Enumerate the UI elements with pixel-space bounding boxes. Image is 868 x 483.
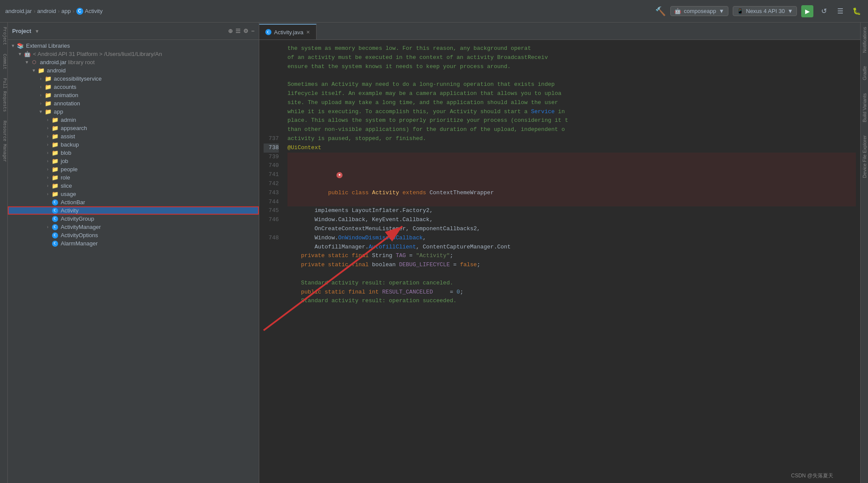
folder-icon: 📁 — [51, 174, 59, 181]
tree-item-people[interactable]: › 📁 people — [8, 165, 259, 173]
expand-arrow: › — [37, 76, 44, 81]
tree-item-assist[interactable]: › 📁 assist — [8, 132, 259, 140]
toolbar-right: 🔨 🤖 composeapp ▼ 📱 Nexus 4 API 30 ▼ ▶ ↺ … — [655, 5, 863, 17]
folder-icon: 📁 — [51, 150, 59, 156]
tree-item-admin[interactable]: › 📁 admin — [8, 116, 259, 124]
commit-icon[interactable]: Commit — [1, 54, 7, 69]
expand-arrow: › — [44, 134, 51, 139]
project-panel: Project ▼ ⊕ ☰ ⚙ − ▼ 📚 External Libraries… — [8, 23, 259, 483]
tree-item-activitygroup[interactable]: C ActivityGroup — [8, 215, 259, 223]
libraries-icon: 📚 — [16, 42, 24, 49]
expand-arrow: › — [44, 159, 51, 163]
device-selector[interactable]: 📱 Nexus 4 API 30 ▼ — [733, 6, 797, 16]
pullreq-icon[interactable]: Pull Requests — [1, 78, 7, 112]
device-chevron: ▼ — [787, 8, 793, 14]
folder-icon: 📁 — [51, 125, 59, 131]
code-line: lifecycle itself. An example may be a ca… — [287, 89, 856, 98]
folder-icon: 📁 — [51, 117, 59, 123]
expand-arrow: › — [44, 126, 51, 131]
tree-label: role — [61, 174, 70, 181]
tree-item-usage[interactable]: › 📁 usage — [8, 190, 259, 198]
right-label-notifications[interactable]: Notifications — [862, 27, 867, 53]
right-label-devicefile[interactable]: Device File Explorer — [862, 135, 867, 178]
folder-icon: 📁 — [51, 191, 59, 197]
code-line-738: ● public class Activity extends ContextT… — [287, 153, 856, 207]
tree-item-activitymanager[interactable]: › C ActivityManager — [8, 223, 259, 231]
tab-activity-java[interactable]: C Activity.java ✕ — [259, 24, 317, 39]
locate-icon[interactable]: ⊕ — [228, 28, 233, 34]
tab-bar: C Activity.java ✕ — [259, 23, 860, 40]
expand-arrow: › — [44, 167, 51, 172]
tree-item-ext-libraries[interactable]: ▼ 📚 External Libraries — [8, 42, 259, 50]
tree-item-actionbar[interactable]: C ActionBar — [8, 198, 259, 206]
tree-label: animation — [54, 92, 78, 98]
tree-item-job[interactable]: › 📁 job — [8, 157, 259, 165]
tree-label: External Libraries — [26, 42, 70, 49]
run-config-selector[interactable]: 🤖 composeapp ▼ — [670, 6, 728, 16]
debug-dot: ● — [336, 172, 343, 178]
folder-icon: 📁 — [44, 75, 52, 82]
tree-item-appsearch[interactable]: › 📁 appsearch — [8, 124, 259, 132]
folder-icon: 📁 — [51, 133, 59, 140]
code-area: C Activity.java ✕ — [259, 23, 860, 483]
breadcrumb-app[interactable]: app — [62, 8, 71, 14]
hammer-icon[interactable]: 🔨 — [655, 6, 666, 16]
stop-button[interactable]: ☰ — [834, 5, 846, 17]
class-icon: C — [51, 199, 59, 206]
rerun-button[interactable]: ↺ — [818, 5, 830, 17]
code-line: the system as memory becomes low. For th… — [287, 44, 856, 53]
tab-close-button[interactable]: ✕ — [306, 29, 310, 35]
tree-item-activityoptions[interactable]: C ActivityOptions — [8, 231, 259, 239]
expand-arrow: ▼ — [30, 68, 37, 73]
expand-arrow: › — [44, 183, 51, 188]
expand-arrow: › — [37, 101, 44, 106]
class-icon-breadcrumb: C — [76, 8, 83, 15]
tree-item-app[interactable]: ▼ 📁 app — [8, 108, 259, 116]
gear-icon[interactable]: ⚙ — [243, 28, 248, 34]
class-icon: C — [51, 224, 59, 230]
run-button[interactable]: ▶ — [801, 5, 813, 17]
folder-icon: 📁 — [44, 100, 52, 107]
minimize-icon[interactable]: − — [251, 28, 255, 34]
expand-arrow: ▼ — [37, 109, 44, 114]
code-content: 737 738 739 740 741 742 743 744 745 746 … — [259, 40, 860, 483]
expand-arrow: ▼ — [16, 52, 23, 56]
tree-item-accessibilityservice[interactable]: › 📁 accessibilityservice — [8, 75, 259, 83]
right-label-gradle[interactable]: Gradle — [862, 66, 867, 80]
tree-item-activity[interactable]: C Activity — [8, 206, 259, 215]
code-line: than other non-visible applications) for… — [287, 125, 856, 134]
tree-item-backup[interactable]: › 📁 backup — [8, 140, 259, 149]
tree-label: admin — [61, 117, 76, 123]
tree-item-android-jar[interactable]: ▼ ⬡ android.jar library root — [8, 58, 259, 66]
service-link[interactable]: Service — [531, 108, 555, 115]
breadcrumb-activity[interactable]: Activity — [85, 8, 103, 14]
tree-item-accounts[interactable]: › 📁 accounts — [8, 83, 259, 91]
folder-icon: 📁 — [44, 92, 52, 98]
tree-item-android[interactable]: ▼ 📁 android — [8, 66, 259, 75]
code-line-739: implements LayoutInflater.Factory2, — [287, 206, 856, 215]
collapse-icon[interactable]: ☰ — [235, 28, 241, 34]
expand-arrow: › — [44, 192, 51, 196]
code-line-comment-ok: Standard activity result: operation succ… — [287, 297, 856, 306]
breadcrumb-android[interactable]: android — [37, 8, 56, 14]
tree-item-role[interactable]: › 📁 role — [8, 173, 259, 182]
project-icon[interactable]: Project — [1, 27, 7, 45]
tree-label: blob — [61, 150, 72, 156]
tree-item-blob[interactable]: › 📁 blob — [8, 149, 259, 157]
tree-item-android-api[interactable]: ▼ 🤖 < Android API 31 Platform > /Users/l… — [8, 50, 259, 58]
folder-icon: 📁 — [51, 141, 59, 148]
code-line: ensure that the system knows it needs to… — [287, 62, 856, 72]
code-line-742: Window.OnWindowDismissedCallback, — [287, 234, 856, 243]
tree-item-slice[interactable]: › 📁 slice — [8, 182, 259, 190]
right-label-buildvariants[interactable]: Build Variants — [862, 93, 867, 122]
panel-dropdown[interactable]: ▼ — [35, 29, 39, 34]
tree-item-alarmmanager[interactable]: C AlarmManager — [8, 239, 259, 248]
resource-icon[interactable]: Resource Manager — [1, 121, 7, 162]
tree-item-annotation[interactable]: › 📁 annotation — [8, 99, 259, 108]
tree-label: backup — [61, 141, 79, 148]
breadcrumb-androidjar[interactable]: android.jar — [5, 8, 32, 14]
debug-button[interactable]: 🐛 — [851, 5, 863, 17]
tree-label: android — [47, 67, 65, 74]
tree-item-animation[interactable]: › 📁 animation — [8, 91, 259, 99]
panel-title: Project — [12, 28, 31, 34]
